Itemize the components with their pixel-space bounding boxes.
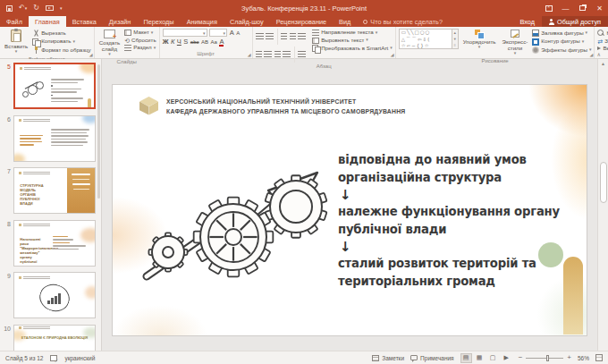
strikethrough-button[interactable]: abc xyxy=(190,39,199,45)
bullets-icon[interactable] xyxy=(256,33,264,40)
font-name-combo[interactable]: ▾ xyxy=(163,29,207,37)
ribbon-display-options-button[interactable]: ⌃ xyxy=(540,0,557,16)
bold-button[interactable]: Ж xyxy=(163,38,169,46)
underline-button[interactable]: Ч xyxy=(177,38,182,46)
shapes-gallery-scroll[interactable]: ▲▼≡ xyxy=(452,29,459,49)
minimize-button[interactable]: — xyxy=(557,0,574,16)
section-button[interactable]: Раздел▾ xyxy=(124,45,156,51)
thumb-9-preview[interactable] xyxy=(13,272,96,318)
tab-file[interactable]: Файл xyxy=(0,16,29,27)
thumbnail-slide-10[interactable]: 10 ЕТАЛОНОМ Є ПРИРОДНА ЕВОЛЮЦІЯ xyxy=(0,325,99,351)
slide-text-block[interactable]: відповідна до наявний умов організаційна… xyxy=(338,151,572,291)
shapes-gallery[interactable]: ▭╲╲□○○ △⌒⌒⇦⇩( ☆⌐~{}☆ xyxy=(399,29,452,49)
spell-check-icon[interactable] xyxy=(50,355,57,361)
down-arrow-1: ↓ xyxy=(340,188,572,203)
line-spacing-icon[interactable] xyxy=(298,33,306,40)
fit-slide-to-window-icon[interactable] xyxy=(595,354,603,361)
tab-transitions[interactable]: Переходы xyxy=(137,16,180,27)
replace-button[interactable]: ⇄Заменить▾ xyxy=(597,38,608,45)
text-direction-button[interactable]: Направление текста▾ xyxy=(312,30,393,36)
restore-button[interactable] xyxy=(574,0,591,16)
thumb-6-preview[interactable] xyxy=(13,115,96,162)
scrollbar-thumb[interactable] xyxy=(600,162,607,203)
gears-arrow-graphic[interactable] xyxy=(132,149,340,292)
sign-in-link[interactable]: Вход xyxy=(512,16,542,27)
thumb-10-preview[interactable]: ЕТАЛОНОМ Є ПРИРОДНА ЕВОЛЮЦІЯ xyxy=(13,325,96,351)
thumbnail-slide-7[interactable]: 7 СТРУКТУРНА МОДЕЛЬ ОРГАНІВ ПУБЛІЧНОЇ ВЛ… xyxy=(0,167,99,214)
format-painter-button[interactable]: Формат по образцу xyxy=(32,47,90,54)
font-dialog-launcher[interactable]: ◢ xyxy=(248,53,251,57)
close-button[interactable]: ✕ xyxy=(591,0,608,16)
thumb-5-preview[interactable] xyxy=(13,63,96,109)
slide-org-header[interactable]: ХЕРСОНСЬКИЙ НАЦІОНАЛЬНИЙ ТЕХНІЧНИЙ УНІВЕ… xyxy=(139,97,405,117)
tab-animations[interactable]: Анимация xyxy=(181,16,224,27)
tab-home[interactable]: Главная xyxy=(29,16,66,27)
language-indicator[interactable]: украинский xyxy=(64,355,95,361)
arrange-button[interactable]: Упорядочить▾ xyxy=(461,29,498,51)
text-shadow-button[interactable]: S xyxy=(183,38,188,46)
drawing-dialog-launcher[interactable]: ◢ xyxy=(590,53,594,57)
font-color-button[interactable]: А xyxy=(219,38,224,46)
justify-icon[interactable] xyxy=(283,51,291,58)
org-line-1: ХЕРСОНСЬКИЙ НАЦІОНАЛЬНИЙ ТЕХНІЧНИЙ УНІВЕ… xyxy=(166,97,405,107)
scroll-up-icon[interactable]: ▲ xyxy=(599,59,608,68)
reset-button[interactable]: ⟲Сбросить xyxy=(124,38,156,44)
change-case-button[interactable]: Аа xyxy=(211,39,217,45)
grow-font-button[interactable]: А xyxy=(230,30,234,37)
thumbnail-scrollbar[interactable] xyxy=(97,64,100,199)
vertical-scrollbar[interactable]: ▲ xyxy=(597,59,608,351)
slide-sorter-view-button[interactable]: ▦ xyxy=(474,353,486,363)
collapse-ribbon-icon[interactable]: ∧ xyxy=(597,51,601,57)
copy-button[interactable]: Копировать▾ xyxy=(32,38,90,46)
paste-button[interactable]: Вставить▾ xyxy=(3,29,30,55)
align-center-icon[interactable] xyxy=(264,51,272,58)
cut-button[interactable]: Вырезать xyxy=(32,30,90,37)
align-text-button[interactable]: Выровнять текст▾ xyxy=(312,38,393,44)
reading-view-button[interactable]: ▢ xyxy=(487,353,499,363)
slideshow-view-button[interactable]: ▶ xyxy=(501,353,512,363)
zoom-slider-thumb[interactable] xyxy=(546,355,549,361)
tab-view[interactable]: Вид xyxy=(333,16,357,27)
tell-me-box[interactable]: Что вы хотите сделать? xyxy=(357,16,449,27)
shape-fill-button[interactable]: Заливка фигуры▾ xyxy=(532,30,591,37)
comments-button[interactable]: Примечания xyxy=(410,355,454,361)
align-right-icon[interactable] xyxy=(274,51,281,58)
zoom-in-icon[interactable]: + xyxy=(567,354,571,361)
thumb-7-preview[interactable]: СТРУКТУРНА МОДЕЛЬ ОРГАНІВ ПУБЛІЧНОЇ ВЛАД… xyxy=(13,167,96,214)
increase-indent-icon[interactable] xyxy=(290,33,296,40)
clipboard-dialog-launcher[interactable]: ◢ xyxy=(89,53,93,57)
find-button[interactable]: Найти xyxy=(597,30,608,37)
align-left-icon[interactable] xyxy=(256,51,262,58)
thumb-8-preview[interactable]: Наголошені риси "Макрорегіонального меха… xyxy=(13,220,96,267)
italic-button[interactable]: К xyxy=(171,38,174,46)
normal-view-button[interactable]: ▤ xyxy=(460,353,472,363)
zoom-level[interactable]: 56% xyxy=(578,355,589,361)
new-slide-button[interactable]: Создать слайд▾ xyxy=(97,29,122,58)
font-size-combo[interactable]: ▾ xyxy=(209,29,227,37)
thumbnail-slide-5[interactable]: 5 xyxy=(0,63,99,109)
thumbnail-slide-9[interactable]: 9 xyxy=(0,272,99,318)
layout-button[interactable]: Макет▾ xyxy=(124,30,156,36)
shape-outline-button[interactable]: Контур фигуры▾ xyxy=(532,38,591,46)
tab-insert[interactable]: Вставка xyxy=(66,16,103,27)
columns-icon[interactable] xyxy=(298,51,306,58)
notes-button[interactable]: Заметки xyxy=(372,355,404,361)
zoom-slider[interactable] xyxy=(526,358,563,359)
share-button[interactable]: Общий доступ xyxy=(542,16,608,27)
numbering-icon[interactable] xyxy=(266,33,274,40)
slide-editing-area[interactable]: ХЕРСОНСЬКИЙ НАЦІОНАЛЬНИЙ ТЕХНІЧНИЙ УНІВЕ… xyxy=(112,84,587,336)
tab-review[interactable]: Рецензирование xyxy=(270,16,333,27)
character-spacing-button[interactable]: АВ xyxy=(201,39,208,45)
shrink-font-button[interactable]: А xyxy=(236,30,240,36)
tab-slideshow[interactable]: Слайд-шоу xyxy=(224,16,270,27)
tab-design[interactable]: Дизайн xyxy=(103,16,138,27)
quick-styles-button[interactable]: Экспресс-стили▾ xyxy=(501,29,530,57)
smartart-button[interactable]: Преобразовать в SmartArt▾ xyxy=(312,45,393,52)
decrease-indent-icon[interactable] xyxy=(281,33,287,40)
thumbnail-slide-8[interactable]: 8 Наголошені риси "Макрорегіонального ме… xyxy=(0,220,99,267)
shape-effects-button[interactable]: Эффекты фигуры▾ xyxy=(532,47,591,54)
zoom-out-icon[interactable]: − xyxy=(519,354,523,361)
paste-icon xyxy=(11,30,21,42)
paragraph-dialog-launcher[interactable]: ◢ xyxy=(391,53,394,57)
thumbnail-slide-6[interactable]: 6 xyxy=(0,115,99,162)
